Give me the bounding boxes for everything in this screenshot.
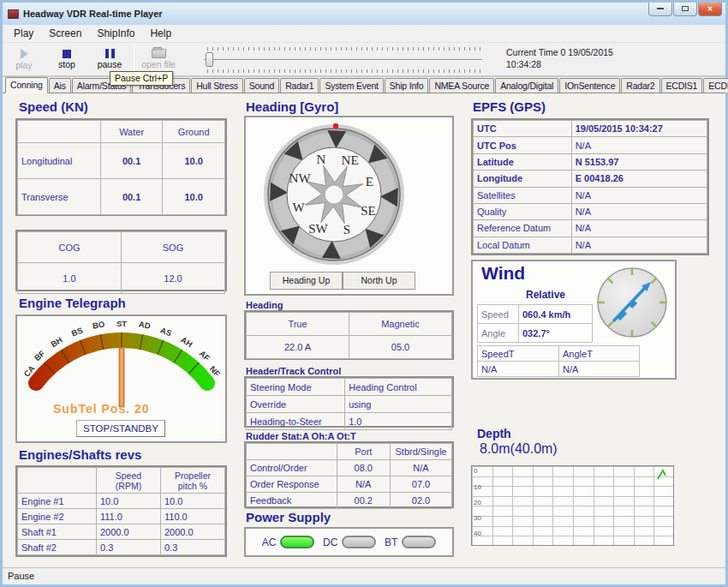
window-title: Headway VDR Real-time Player <box>23 9 163 19</box>
wind-angle-label: Angle <box>478 324 519 343</box>
track-section-title: Header/Track Control <box>246 366 341 376</box>
tab-ecdis2[interactable]: ECDIS2 <box>703 78 728 93</box>
playback-slider[interactable] <box>204 46 482 74</box>
depth-axis-label: 0 <box>474 467 477 475</box>
table-row: Steering Mode Heading Control <box>247 379 452 396</box>
table-row: Engine #1 10.0 10.0 <box>18 494 225 509</box>
status-bar: Pause <box>3 567 725 584</box>
depth-title: Depth <box>477 427 511 440</box>
table-row: Longitudinal 00.1 10.0 <box>18 143 225 179</box>
menu-screen[interactable]: Screen <box>41 26 89 41</box>
slider-track[interactable] <box>204 59 482 61</box>
compass-point: S <box>343 223 350 237</box>
table-row: Latitude N 5153.97 <box>474 153 707 170</box>
table-row: Feedback 00.2 02.0 <box>247 493 452 509</box>
current-time-line2: 10:34:28 <box>506 58 613 70</box>
tab-ship-info[interactable]: Ship Info <box>385 78 429 93</box>
tab-radar1[interactable]: Radar1 <box>280 78 319 93</box>
depth-axis-label: 10 <box>474 483 481 491</box>
depth-axis-label: 30 <box>474 514 481 522</box>
minimize-button[interactable] <box>648 3 672 16</box>
menu-bar: Play Screen ShipInfo Help <box>3 25 725 43</box>
tab-system-event[interactable]: System Event <box>319 78 383 93</box>
table-row: Reference Datum N/A <box>474 220 707 237</box>
open-file-icon <box>152 49 166 58</box>
table-row: Speed 060.4 km/h <box>478 305 593 324</box>
tab-ionsentence[interactable]: IOnSentence <box>559 78 620 93</box>
app-icon <box>8 9 19 19</box>
sog-label: SOG <box>122 232 225 263</box>
telegraph-scale-label: AD <box>138 319 152 330</box>
power-indicator-dc: DC <box>323 536 376 548</box>
status-text: Pause <box>8 571 34 581</box>
tab-ais[interactable]: Ais <box>49 78 71 93</box>
play-icon <box>21 49 28 59</box>
table-row: Angle 032.7° <box>478 324 593 343</box>
speed-col-ground: Ground <box>163 121 225 143</box>
tab-analog-digital[interactable]: Analog/Digital <box>495 78 558 93</box>
compass-point: SE <box>361 204 376 218</box>
table-row: UTC 19/05/2015 10:34:27 <box>474 121 707 137</box>
rudder-col-stbd: Stbrd/Single <box>390 444 451 460</box>
depth-value: 8.0m(40.0m) <box>480 441 558 457</box>
wind-angle-value: 032.7° <box>519 324 593 343</box>
compass-point: W <box>293 201 306 214</box>
telegraph-title: Engine Telegraph <box>19 296 126 310</box>
table-row: 1.0 12.0 <box>18 263 225 294</box>
engines-table: Speed (RPM) Propeller pitch % Engine #1 … <box>15 465 227 557</box>
stop-standby-button[interactable]: STOP/STANDBY <box>76 420 165 437</box>
speed-col-water: Water <box>100 121 163 143</box>
wind-true-table: SpeedT AngleT N/A N/A <box>477 345 640 377</box>
table-row: Quality N/A <box>474 203 707 219</box>
slider-ticks-bottom <box>207 69 480 73</box>
close-button[interactable]: ✕ <box>698 3 722 16</box>
tab-sound[interactable]: Sound <box>244 78 279 93</box>
play-button[interactable]: play <box>3 44 45 75</box>
track-table: Steering Mode Heading Control Override u… <box>244 376 454 428</box>
depth-axis-label: 20 <box>474 499 481 506</box>
table-row: Engine #2 111.0 110.0 <box>18 509 225 524</box>
playback-slider-thumb[interactable] <box>206 52 213 67</box>
app-window: Headway VDR Real-time Player ✕ Play Scre… <box>0 0 728 587</box>
table-row: Control/Order 08.0 N/A <box>247 460 452 476</box>
wind-anglet-label: AngleT <box>559 346 640 362</box>
open-file-button[interactable]: open file <box>137 44 180 75</box>
heading-col-magnetic: Magnetic <box>349 313 452 336</box>
gyro-title: Heading [Gyro] <box>246 99 338 114</box>
wind-title: Wind <box>481 263 525 284</box>
wind-relative-table: Speed 060.4 km/h Angle 032.7° <box>477 304 593 343</box>
epfs-table: UTC 19/05/2015 10:34:27 UTC Pos N/A Lati… <box>471 118 709 255</box>
pause-button[interactable]: pause <box>88 44 131 75</box>
cog-label: COG <box>18 232 122 263</box>
wind-anglet-value: N/A <box>559 362 640 377</box>
tab-hull-stress[interactable]: Hull Stress <box>191 78 243 93</box>
menu-help[interactable]: Help <box>142 26 179 41</box>
wind-speedt-value: N/A <box>478 362 559 377</box>
ac-status-lamp <box>280 536 314 548</box>
tab-conning[interactable]: Conning <box>5 77 48 93</box>
table-row: UTC Pos N/A <box>474 137 707 153</box>
table-row: Shaft #2 0.3 0.3 <box>18 540 225 555</box>
wind-dial <box>594 265 670 340</box>
maximize-button[interactable] <box>673 3 697 16</box>
tab-nmea-source[interactable]: NMEA Source <box>429 78 494 93</box>
gyro-compass-panel: N NE E SE S SW W NW Heading Up North Up <box>244 116 454 296</box>
table-row: 22.0 A 05.0 <box>247 336 452 359</box>
heading-magnetic-value: 05.0 <box>349 336 452 359</box>
tab-radar2[interactable]: Radar2 <box>621 78 659 93</box>
dc-status-lamp <box>342 536 376 548</box>
menu-play[interactable]: Play <box>6 26 41 41</box>
menu-shipinfo[interactable]: ShipInfo <box>89 26 142 41</box>
epfs-title: EPFS (GPS) <box>473 99 546 114</box>
sog-value: 12.0 <box>122 263 225 294</box>
cog-sog-table: COG SOG 1.0 12.0 <box>15 230 227 291</box>
pause-tooltip: Pause Ctrl+P <box>110 71 173 86</box>
engine-telegraph-gauge: CA BF BH BS BO ST AD AS AH AF NF SubTel … <box>15 314 227 443</box>
stop-button[interactable]: stop <box>45 44 88 75</box>
wind-speed-label: Speed <box>478 305 519 324</box>
power-title: Power Supply <box>246 510 331 524</box>
heading-up-button[interactable]: Heading Up <box>270 272 343 290</box>
tab-ecdis1[interactable]: ECDIS1 <box>661 78 703 93</box>
table-row: Shaft #1 2000.0 2000.0 <box>18 524 225 540</box>
north-up-button[interactable]: North Up <box>343 272 415 290</box>
